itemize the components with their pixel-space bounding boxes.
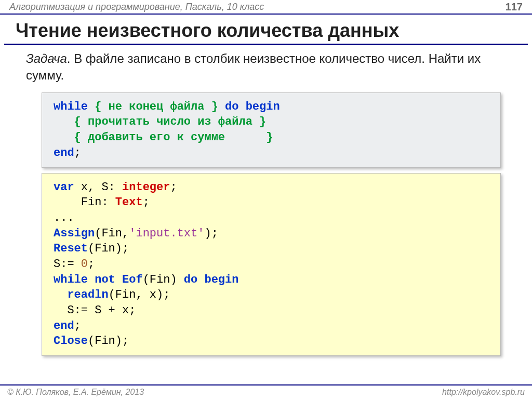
code-text: (Fin); xyxy=(88,242,129,255)
ellipsis: ... xyxy=(54,211,74,224)
fn-reset: Reset xyxy=(54,242,88,255)
semicolon: ; xyxy=(88,258,95,271)
code-text: (Fin, xyxy=(95,227,129,240)
copyright: © К.Ю. Поляков, Е.А. Ерёмин, 2013 xyxy=(7,388,144,397)
number-literal: 0 xyxy=(81,258,88,271)
code-text: ); xyxy=(204,227,218,240)
task-text: Задача. В файле записано в столбик неизв… xyxy=(0,50,532,89)
kw-var: var xyxy=(54,181,81,194)
footer-bar: © К.Ю. Поляков, Е.А. Ерёмин, 2013 http:/… xyxy=(0,384,532,399)
code-text: x, S: xyxy=(81,181,122,194)
code-box: var x, S: integer; Fin: Text; ... Assign… xyxy=(42,173,501,356)
breadcrumb: Алгоритмизация и программирование, Паска… xyxy=(9,2,264,12)
kw-end: end xyxy=(54,147,74,159)
code-text: S:= S + x; xyxy=(54,304,136,317)
task-label: Задача xyxy=(26,51,67,65)
semicolon: ; xyxy=(143,196,150,209)
comment: { не конец файла } xyxy=(95,100,218,113)
pseudocode-box: while { не конец файла } do begin { проч… xyxy=(42,92,501,168)
string-literal: 'input.txt' xyxy=(129,227,204,240)
kw-do-begin: do begin xyxy=(218,100,280,113)
task-body: . В файле записано в столбик неизвестное… xyxy=(26,51,481,82)
semicolon: ; xyxy=(74,147,81,159)
kw-end: end xyxy=(54,320,74,332)
title-underline xyxy=(4,44,528,45)
code-text: S:= xyxy=(54,258,81,271)
semicolon: ; xyxy=(74,320,81,332)
comment: { прочитать число из файла } xyxy=(54,115,266,128)
fn-readln: readln xyxy=(54,288,109,301)
page-title: Чтение неизвестного количества данных xyxy=(0,15,532,44)
fn-eof: Eof xyxy=(122,273,143,286)
kw-while: while xyxy=(54,100,95,113)
kw-do-begin: do begin xyxy=(184,273,239,286)
page-number: 117 xyxy=(506,1,523,13)
kw-integer: integer xyxy=(122,181,170,194)
comment: { добавить его к сумме } xyxy=(54,131,273,144)
code-text: (Fin); xyxy=(88,335,129,348)
kw-text: Text xyxy=(115,196,143,209)
fn-close: Close xyxy=(54,335,88,348)
semicolon: ; xyxy=(170,181,177,194)
code-text: Fin: xyxy=(54,196,115,209)
code-text: (Fin, x); xyxy=(109,288,170,301)
header-bar: Алгоритмизация и программирование, Паска… xyxy=(0,0,532,15)
code-text: (Fin) xyxy=(143,273,184,286)
kw-while-not: while not xyxy=(54,273,122,286)
footer-url: http://kpolyakov.spb.ru xyxy=(442,388,525,397)
fn-assign: Assign xyxy=(54,227,95,240)
